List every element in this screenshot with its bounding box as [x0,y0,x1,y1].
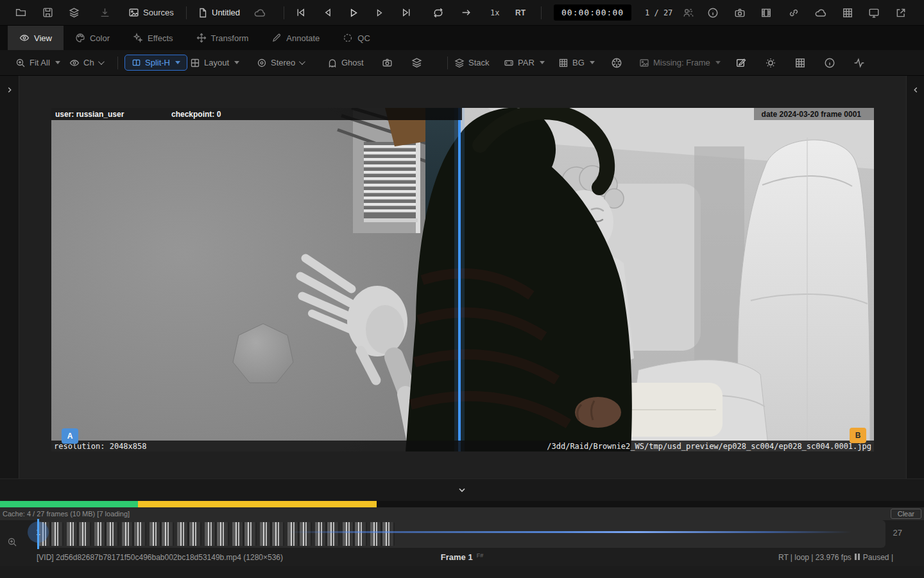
tab-transform[interactable]: Transform [185,26,261,50]
sources-button[interactable]: Sources [128,0,174,25]
qc-circle-icon [343,33,353,43]
layout-dropdown[interactable]: Layout [190,50,239,75]
tile-grid-button[interactable] [794,50,806,75]
realtime-toggle[interactable]: RT [515,0,526,25]
tab-color-label: Color [90,33,110,43]
eye-icon [69,58,80,68]
pixel-aspect-icon [504,58,514,68]
step-forward-button[interactable] [374,0,384,25]
tab-annotate[interactable]: Annotate [260,26,331,50]
play-button[interactable] [348,0,359,25]
overlay-date-frame: date 2024-03-20 frame 0001 [754,108,874,120]
open-folder-button[interactable] [15,0,26,25]
edit-button[interactable] [735,50,746,75]
tab-view[interactable]: View [8,26,64,50]
layers-icon [69,7,80,18]
split-horizontal-icon [132,58,141,67]
timeline-thumbnail [341,522,367,546]
source-b-badge[interactable]: B [850,428,866,443]
viewer-bottom-overlay: resolution: 2048x858 /3dd/Raid/Brownie2_… [51,441,874,451]
tab-qc[interactable]: QC [331,26,382,50]
bottom-filler [0,566,924,578]
document-icon [198,8,208,18]
view-toolbar: Fit All Ch Split-H Layout Stereo Ghost S… [0,50,924,76]
frame-unit: F# [477,552,484,559]
copy-link-button[interactable] [788,0,800,25]
missing-image-icon [639,58,649,68]
people-icon [683,7,694,19]
right-panel-strip [906,76,924,478]
presentation-mode-button[interactable] [868,0,880,25]
link-icon [788,7,800,19]
layers-button[interactable] [69,0,80,25]
caret-down-icon [234,61,239,64]
tab-color[interactable]: Color [64,26,121,50]
cloud-sync-button[interactable] [254,0,266,25]
tab-view-label: View [34,33,52,43]
scopes-button[interactable] [853,50,865,75]
frame-counter: 1 / 27 [645,0,672,25]
step-back-button[interactable] [323,0,334,25]
cache-loading-segment [138,501,377,507]
skip-to-end-button[interactable] [401,0,412,25]
move-icon [196,33,207,43]
expand-right-panel-chevron[interactable] [911,85,920,94]
stack-mode-button[interactable]: Stack [454,50,490,75]
skip-to-start-button[interactable] [295,0,306,25]
grid-view-button[interactable] [842,0,853,25]
timecode-field[interactable]: 00:00:00:00 [554,0,631,25]
aperture-button[interactable] [611,50,622,75]
cloud-upload-button[interactable] [815,0,826,25]
pop-out-button[interactable] [895,0,907,25]
background-grid-icon [558,58,569,68]
channel-dropdown[interactable]: Ch [69,50,103,75]
left-panel-strip [0,76,19,478]
rt-label: RT [515,8,526,17]
collaborators-button[interactable] [683,0,694,25]
ghost-toggle[interactable]: Ghost [327,50,364,75]
tab-effects[interactable]: Effects [121,26,185,50]
goto-frame-button[interactable] [461,0,472,25]
cloud-icon [815,7,826,19]
collapse-down-chevron[interactable] [457,485,467,495]
playback-speed[interactable]: 1x [490,0,499,25]
ghost-label: Ghost [341,58,364,67]
stereo-dropdown[interactable]: Stereo [257,50,304,75]
par-dropdown[interactable]: PAR [504,50,545,75]
viewer-canvas[interactable]: user: russian_user checkpoint: 0 date 20… [51,108,874,451]
timeline-track[interactable] [37,520,886,548]
expand-left-panel-chevron[interactable] [5,85,14,94]
snapshot-button[interactable] [734,0,746,25]
missing-frame-label: Missing: Frame [653,58,710,67]
bg-dropdown[interactable]: BG [558,50,595,75]
film-button[interactable] [760,0,772,25]
brightness-button[interactable] [765,50,776,75]
download-button[interactable] [99,0,110,25]
layer-stack-button[interactable] [411,50,422,75]
info-button[interactable] [707,0,719,25]
clear-cache-button[interactable]: Clear [891,509,921,519]
playhead[interactable] [37,519,39,549]
save-button[interactable] [42,0,53,25]
pause-icon [854,553,860,562]
image-info-button[interactable] [824,50,835,75]
viewer-snapshot-button[interactable] [382,50,393,75]
timeline-zoom-icon[interactable] [7,537,17,547]
fit-all-dropdown[interactable]: Fit All [15,50,60,75]
timeline-thumbnail [203,522,229,546]
timecode-value: 00:00:00:00 [554,4,631,21]
save-icon [42,7,53,18]
loop-mode-button[interactable] [432,0,444,25]
timeline-thumbnail [286,522,312,546]
split-h-dropdown[interactable]: Split-H [124,50,187,75]
folder-icon [15,7,26,18]
source-a-badge[interactable]: A [62,428,78,444]
info-icon [824,57,835,69]
chevron-down-icon [299,58,305,65]
session-document[interactable]: Untitled [198,0,240,25]
bg-label: BG [572,58,585,67]
missing-frame-dropdown[interactable]: Missing: Frame [639,50,721,75]
divider [284,6,284,19]
timeline-thumbnail [65,522,91,546]
layout-label: Layout [204,58,229,67]
